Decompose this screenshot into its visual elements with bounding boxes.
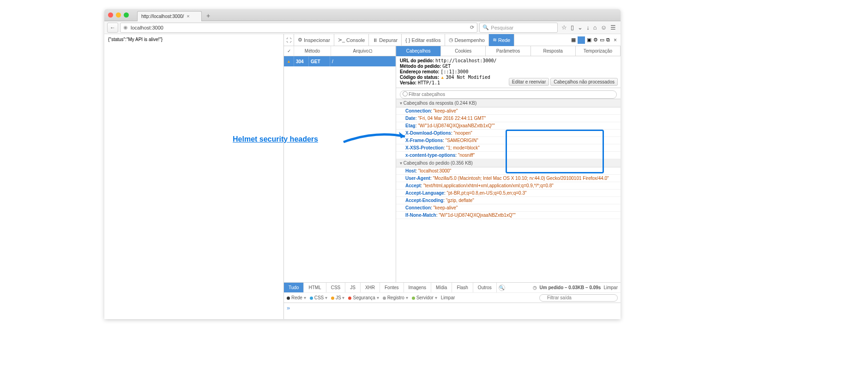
responsive-icon[interactable] [578, 36, 585, 44]
panel-toggle-icon[interactable]: ⛶ [284, 34, 294, 46]
url-text: localhost:3000 [131, 25, 163, 30]
header-row: X-Frame-Options: "SAMEORIGIN" [396, 137, 621, 144]
request-headers-title[interactable]: Cabeçalhos do pedido (0.356 KB) [396, 159, 621, 167]
footer-stats: Um pedido – 0.03KB – 0.09s [540, 285, 601, 290]
header-row: Host: "localhost:3000" [396, 167, 621, 175]
header-row: Accept-Language: "pt-BR,pt;q=0.8,en-US;q… [396, 190, 621, 197]
filter-imagens[interactable]: Imagens [404, 283, 431, 293]
headers-scroll[interactable]: Cabeçalhos da resposta (0.244 KB) Connec… [396, 99, 621, 282]
clock-icon: ◷ [533, 285, 537, 290]
filter-css[interactable]: CSS [326, 283, 346, 293]
header-row: If-None-Match: "W/"1d-UjD874QXQjxaaNBZxt… [396, 212, 621, 219]
home-icon[interactable]: ⌂ [593, 24, 597, 31]
request-list: ✓ Método Arquivo 🗋 ▲ 304 GET / [284, 46, 396, 282]
console-filter-input[interactable] [539, 294, 618, 302]
wifi-icon: ≋ [493, 37, 497, 43]
header-row: Accept-Encoding: "gzip, deflate" [396, 197, 621, 204]
maximize-window-icon[interactable] [124, 12, 129, 18]
console-prompt[interactable]: » [284, 303, 621, 319]
request-details: Cabeçalhos Cookies Parâmetros Resposta T… [396, 46, 621, 282]
filter-flash[interactable]: Flash [452, 283, 473, 293]
request-method: GET [309, 56, 330, 66]
header-row: Connection: "keep-alive" [396, 204, 621, 212]
clear-button[interactable]: Limpar [603, 285, 618, 290]
devtools-panel: ⛶ ⚙Inspecionar ≻_Console ⏸Depurar { }Edi… [283, 34, 621, 319]
request-row[interactable]: ▲ 304 GET / [284, 56, 396, 66]
globe-icon: ◉ [123, 24, 128, 30]
header-row: X-XSS-Protection: "1; mode=block" [396, 144, 621, 152]
network-view: ✓ Método Arquivo 🗋 ▲ 304 GET / Cabeçalho… [284, 46, 621, 282]
response-headers-title[interactable]: Cabeçalhos da resposta (0.244 KB) [396, 99, 621, 107]
dock-icon[interactable]: ▭ [600, 37, 604, 43]
status-code: 304 [294, 56, 309, 66]
settings-icon[interactable]: ⚙ [593, 37, 598, 43]
scratchpad-icon[interactable]: ▣ [587, 37, 591, 43]
detail-tab-cookies[interactable]: Cookies [441, 46, 486, 56]
url-input[interactable]: ◉ localhost:3000 ⟳ [120, 23, 477, 33]
header-filter [396, 88, 621, 99]
detail-tab-params[interactable]: Parâmetros [486, 46, 530, 56]
clear-console-button[interactable]: Limpar [441, 295, 455, 300]
raw-headers-button[interactable]: Cabeçalhos não processados [550, 78, 618, 86]
close-devtools-icon[interactable]: × [612, 37, 619, 43]
menu-icon[interactable]: ☰ [610, 24, 616, 31]
filter-fontes[interactable]: Fontes [380, 283, 404, 293]
tab-styles[interactable]: { }Editar estilos [402, 34, 445, 46]
header-row: x-content-type-options: "nosniff" [396, 152, 621, 159]
search-placeholder: Pesquisar [491, 25, 513, 30]
filter-tudo[interactable]: Tudo [284, 283, 304, 293]
filter-html[interactable]: HTML [304, 283, 326, 293]
filter-xhr[interactable]: XHR [361, 283, 380, 293]
popout-icon[interactable]: ⧉ [606, 37, 610, 43]
tab-debugger[interactable]: ⏸Depurar [369, 34, 402, 46]
bookmark-icon[interactable]: ☆ [561, 24, 567, 31]
url-toolbar: ← ◉ localhost:3000 ⟳ 🔍 Pesquisar ☆ ▯ ⌄ ↓… [104, 21, 621, 34]
gear-icon: ⚙ [298, 37, 302, 43]
browser-tab[interactable]: http://localhost:3000/ × [137, 11, 202, 21]
edit-resend-button[interactable]: Editar e reenviar [509, 78, 549, 86]
cat-registro[interactable]: Registro ▾ [383, 295, 408, 300]
content-area: {"status":"My API is alive!"} ⛶ ⚙Inspeci… [104, 34, 621, 319]
pocket-icon[interactable]: ⌄ [578, 24, 583, 31]
close-tab-icon[interactable]: × [187, 13, 189, 19]
download-icon[interactable]: ↓ [586, 24, 590, 31]
warning-icon: ▲ [287, 59, 291, 64]
cat-js[interactable]: JS ▾ [331, 295, 344, 300]
filter-js[interactable]: JS [345, 283, 361, 293]
close-window-icon[interactable] [108, 12, 113, 18]
cat-rede[interactable]: Rede ▾ [287, 295, 306, 300]
smile-icon[interactable]: ☺ [601, 24, 607, 31]
detail-tab-response[interactable]: Resposta [531, 46, 576, 56]
refresh-icon[interactable]: ⟳ [470, 24, 474, 30]
detail-tab-timing[interactable]: Temporização [576, 46, 621, 56]
search-icon[interactable]: 🔍 [499, 285, 505, 291]
tab-bar: http://localhost:3000/ × + [104, 9, 621, 21]
minimize-window-icon[interactable] [116, 12, 121, 18]
method-col: Método [294, 46, 331, 56]
request-summary: URL do pedido: http://localhost:3000/ Mé… [396, 56, 621, 88]
browser-window: http://localhost:3000/ × + ← ◉ localhost… [104, 9, 621, 319]
clock-icon: ◷ [449, 37, 453, 43]
tab-console[interactable]: ≻_Console [334, 34, 369, 46]
header-row: X-Download-Options: "noopen" [396, 130, 621, 137]
filter-outros[interactable]: Outros [473, 283, 497, 293]
cat-seguranca[interactable]: Segurança ▾ [348, 295, 379, 300]
filter-input[interactable] [400, 90, 617, 99]
tab-network[interactable]: ≋Rede [489, 34, 514, 46]
cat-css[interactable]: CSS ▾ [310, 295, 327, 300]
new-tab-icon[interactable]: + [206, 12, 210, 19]
traffic-lights [108, 12, 129, 18]
cat-servidor[interactable]: Servidor ▾ [412, 295, 437, 300]
layout-icon[interactable]: ▦ [571, 37, 576, 43]
search-input[interactable]: 🔍 Pesquisar [479, 23, 558, 33]
panel-icon[interactable]: ▯ [571, 24, 574, 31]
header-row: Date: "Fri, 04 Mar 2016 22:44:11 GMT" [396, 115, 621, 122]
tab-performance[interactable]: ◷Desempenho [445, 34, 489, 46]
tab-inspector[interactable]: ⚙Inspecionar [294, 34, 334, 46]
pause-icon: ⏸ [373, 37, 378, 43]
filter-midia[interactable]: Mídia [431, 283, 452, 293]
header-row: Accept: "text/html,application/xhtml+xml… [396, 182, 621, 190]
tab-title: http://localhost:3000/ [141, 14, 184, 19]
back-button[interactable]: ← [107, 23, 118, 33]
detail-tab-headers[interactable]: Cabeçalhos [396, 46, 441, 56]
